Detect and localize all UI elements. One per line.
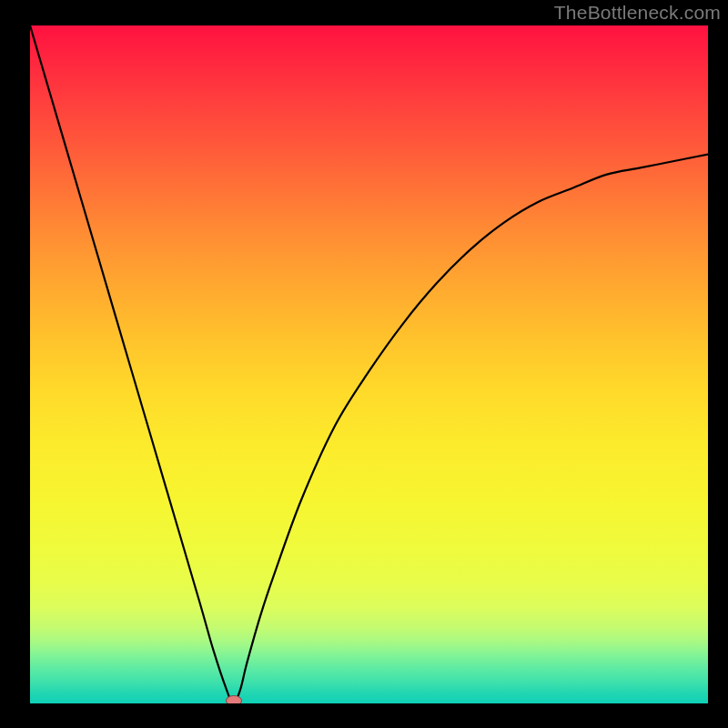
bottleneck-curve [30,25,708,703]
plot-area [30,25,708,703]
watermark-text: TheBottleneck.com [554,2,721,24]
curve-svg [30,25,708,703]
vertex-marker [226,695,242,703]
chart-frame: TheBottleneck.com [0,0,728,728]
